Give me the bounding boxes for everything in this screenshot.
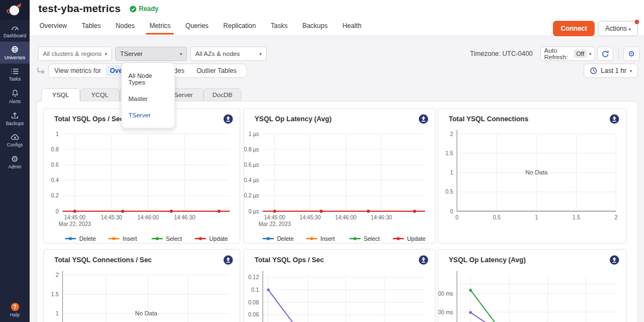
tab-metrics[interactable]: Metrics [149, 22, 171, 35]
svg-text:1.5: 1.5 [573, 214, 580, 221]
data-point [469, 311, 472, 314]
sidebar-item-dashboard[interactable]: Dashboard [0, 20, 30, 42]
svg-text:Insert: Insert [320, 235, 335, 242]
svg-text:2: 2 [614, 214, 618, 221]
metric-chart-card: YSQL Op Latency (Avg)1 µs0.8 µs0.6 µs0.4… [244, 108, 436, 244]
tab-overview[interactable]: Overview [39, 22, 67, 35]
chevron-down-icon: ▾ [105, 52, 107, 57]
sidebar-item-tasks[interactable]: Tasks [0, 64, 30, 86]
cluster-region-dropdown[interactable]: All clusters & regions▾ [38, 47, 112, 61]
svg-text:Select: Select [364, 235, 380, 242]
yugabyte-logo[interactable] [0, 0, 30, 20]
tab-health[interactable]: Health [342, 22, 361, 35]
actions-button[interactable]: Actions ▾ [598, 21, 638, 36]
gear-icon: ⚙ [11, 155, 18, 163]
chart-options-button[interactable] [419, 114, 428, 124]
auto-refresh-value[interactable]: Off [574, 49, 587, 58]
svg-text:0.1: 0.1 [251, 287, 259, 293]
sidebar-item-alerts[interactable]: Alerts [0, 86, 30, 108]
sidebar-item-configs[interactable]: Configs [0, 129, 30, 151]
chevron-down-icon: ▾ [629, 27, 631, 32]
data-point [273, 210, 276, 212]
refresh-button[interactable] [597, 47, 613, 61]
sidebar-item-universes[interactable]: Universes [0, 42, 30, 64]
metrics-settings-button[interactable]: ⚙ [623, 47, 640, 61]
az-node-dropdown[interactable]: All AZs & nodes▾ [190, 47, 267, 61]
metric-chart-card: Total YSQL Ops / Sec10.80.60.40.2014:45:… [43, 108, 240, 244]
svg-text:14:46:30: 14:46:30 [371, 214, 392, 221]
legend-item-select[interactable]: Select [152, 235, 182, 242]
sidebar-item-help[interactable]: ? Help [0, 303, 30, 318]
svg-text:1: 1 [450, 170, 453, 176]
series-line-total ops [268, 290, 409, 322]
ready-check-icon [129, 5, 137, 13]
yugabyte-logo-icon [7, 2, 23, 18]
chart-title: Total YSQL Connections / Sec [54, 256, 152, 264]
svg-text:14:45:00: 14:45:00 [264, 214, 285, 221]
connect-button[interactable]: Connect [553, 21, 595, 36]
legend-item-update[interactable]: Update [393, 235, 426, 242]
menu-item-master[interactable]: Master [122, 91, 174, 107]
data-point [267, 289, 270, 291]
chart-title: YSQL Op Latency (Avg) [255, 115, 331, 123]
svg-text:Select: Select [166, 235, 182, 242]
metric-tab-ycql[interactable]: YCQL [80, 88, 120, 101]
metric-chart-card: Total YSQL Connections / Sec21.510.50No … [43, 249, 240, 322]
svg-text:0.08: 0.08 [248, 300, 259, 306]
svg-text:0.12: 0.12 [248, 274, 259, 280]
svg-text:1 µs: 1 µs [248, 131, 259, 137]
tab-tasks[interactable]: Tasks [270, 22, 287, 35]
no-data-label: No Data [135, 310, 157, 317]
tab-nodes[interactable]: Nodes [116, 22, 135, 35]
auto-refresh-control: Auto Refresh: Off ▾ [540, 47, 595, 61]
chart-options-button[interactable] [223, 255, 233, 265]
timezone-label: Timezone: UTC-0400 [470, 50, 533, 58]
legend-item-delete[interactable]: Delete [65, 235, 97, 242]
svg-text:200 ms: 200 ms [438, 309, 453, 315]
menu-item-tserver[interactable]: TServer [122, 107, 174, 123]
svg-text:Delete: Delete [80, 235, 97, 242]
data-point [367, 210, 370, 212]
time-range-button[interactable]: Last 1 hr ▾ [584, 64, 638, 78]
svg-text:0: 0 [55, 208, 59, 214]
chart-options-icon [419, 255, 428, 265]
sidebar-item-label: Admin [8, 164, 21, 170]
data-point [413, 210, 416, 212]
legend-item-insert[interactable]: Insert [306, 235, 335, 242]
svg-text:1.5: 1.5 [445, 150, 453, 156]
sidebar-item-admin[interactable]: ⚙ Admin [0, 151, 30, 173]
tab-backups[interactable]: Backups [302, 22, 327, 35]
node-type-dropdown[interactable]: TServer▾ [115, 47, 187, 61]
sidebar-item-label: Alerts [9, 99, 21, 104]
data-point [469, 289, 472, 291]
svg-text:14:46:00: 14:46:00 [137, 214, 159, 221]
sidebar-item-backups[interactable]: Backups [0, 108, 30, 129]
svg-text:0.2: 0.2 [51, 193, 59, 199]
menu-item-all-node-types[interactable]: All Node Types [122, 67, 174, 91]
chart-options-button[interactable] [609, 255, 619, 265]
list-icon [10, 67, 19, 75]
metric-chart-card: YSQL Op Latency (Avg)300 ms200 ms100 ms0… [438, 249, 626, 322]
view-option-outlier-tables[interactable]: Outlier Tables [192, 65, 241, 76]
legend-item-select[interactable]: Select [349, 235, 380, 242]
chevron-down-icon: ▾ [259, 52, 262, 57]
legend-item-insert[interactable]: Insert [109, 235, 137, 242]
svg-text:Update: Update [407, 235, 426, 242]
chart-options-button[interactable] [223, 114, 233, 124]
refresh-icon [601, 50, 609, 58]
chart-options-button[interactable] [419, 255, 428, 265]
sidebar-item-label: Backups [6, 121, 24, 126]
legend-item-delete[interactable]: Delete [263, 235, 294, 242]
legend-item-update[interactable]: Update [195, 235, 228, 242]
svg-text:14:45:00: 14:45:00 [64, 214, 86, 221]
metric-tab-docdb[interactable]: DocDB [204, 88, 241, 101]
data-point [170, 210, 173, 212]
tab-tables[interactable]: Tables [82, 22, 101, 35]
svg-text:0.8 µs: 0.8 µs [244, 146, 259, 152]
chart-options-button[interactable] [609, 114, 619, 124]
svg-text:0: 0 [455, 214, 459, 221]
tab-queries[interactable]: Queries [185, 22, 208, 35]
chevron-down-icon[interactable]: ▾ [589, 52, 591, 57]
tab-replication[interactable]: Replication [223, 22, 256, 35]
metric-tab-ysql[interactable]: YSQL [41, 88, 80, 101]
